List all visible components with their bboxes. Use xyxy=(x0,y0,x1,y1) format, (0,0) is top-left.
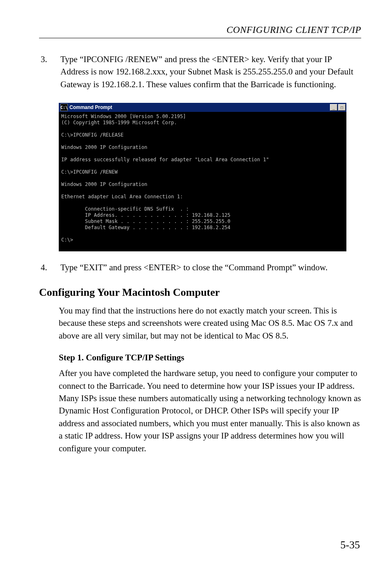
minimize-button[interactable]: _ xyxy=(330,104,337,111)
running-header: CONFIGURING CLIENT TCP/IP xyxy=(39,25,361,35)
step-number: 3. xyxy=(39,53,60,91)
substep-heading: Step 1. Configure TCP/IP Settings xyxy=(59,353,361,363)
maximize-button[interactable]: □ xyxy=(338,104,346,111)
page-number: 5-35 xyxy=(340,539,360,551)
step-list-before: 3. Type “IPCONFIG /RENEW” and press the … xyxy=(39,53,361,91)
step-text: Type “IPCONFIG /RENEW” and press the <EN… xyxy=(60,53,361,91)
cmd-icon: C:\ xyxy=(60,104,68,111)
step-list-after: 4. Type “EXIT” and press <ENTER> to clos… xyxy=(39,261,361,274)
console-output: Microsoft Windows 2000 [Version 5.00.219… xyxy=(59,112,346,251)
step-3: 3. Type “IPCONFIG /RENEW” and press the … xyxy=(39,53,361,91)
window-title-bar: C:\ Command Prompt _ □ xyxy=(59,103,346,112)
step-text: Type “EXIT” and press <ENTER> to close t… xyxy=(60,261,361,274)
step-4: 4. Type “EXIT” and press <ENTER> to clos… xyxy=(39,261,361,274)
section-body: You may find that the instructions here … xyxy=(59,304,361,342)
header-rule xyxy=(39,38,361,38)
substep-body: After you have completed the hardware se… xyxy=(59,367,361,455)
step-number: 4. xyxy=(39,261,60,274)
section-heading: Configuring Your Macintosh Computer xyxy=(39,286,361,299)
command-prompt-window: C:\ Command Prompt _ □ Microsoft Windows… xyxy=(59,103,346,251)
window-title: Command Prompt xyxy=(69,104,330,110)
